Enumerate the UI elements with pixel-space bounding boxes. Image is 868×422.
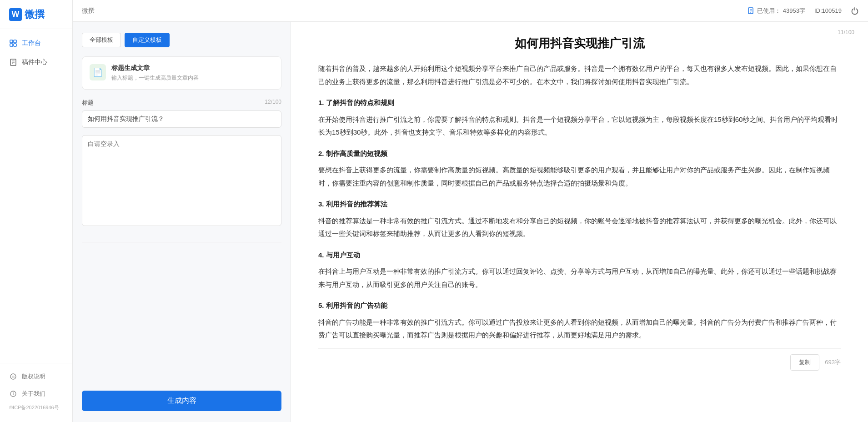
title-input[interactable] <box>82 111 281 128</box>
document-icon <box>748 7 755 15</box>
sidebar: W 微撰 工作台 <box>0 0 73 422</box>
sidebar-item-workbench[interactable]: 工作台 <box>0 34 72 53</box>
content-form-section <box>82 135 281 227</box>
template-tabs: 全部模板 自定义模板 <box>82 33 281 47</box>
beian-text: ©ICP备2022016946号 <box>0 402 72 413</box>
svg-rect-7 <box>14 44 16 46</box>
sidebar-item-about[interactable]: 关于我们 <box>0 385 72 402</box>
power-icon[interactable] <box>851 7 859 15</box>
svg-text:©: © <box>12 375 15 379</box>
left-panel: 全部模板 自定义模板 📄 标题生成文章 输入标题，一键生成高质量文章内容 标题 … <box>73 22 291 422</box>
user-id: ID:100519 <box>814 7 842 14</box>
copy-button[interactable]: 复制 <box>790 354 819 371</box>
section-2-heading: 2. 制作高质量的短视频 <box>318 147 841 161</box>
template-card: 📄 标题生成文章 输入标题，一键生成高质量文章内容 <box>82 56 281 90</box>
title-form-section: 标题 12/100 <box>82 99 281 128</box>
section-5-body: 抖音的广告功能是一种非常有效的推广引流方式。你可以通过广告投放来让更多的人看到你… <box>318 316 841 342</box>
used-count: 43953字 <box>783 7 805 15</box>
section-5-heading: 5. 利用抖音的广告功能 <box>318 299 841 312</box>
document-body: 随着抖音的普及，越来越多的人开始利用这个短视频分享平台来推广自己的产品或服务。抖… <box>318 62 841 342</box>
sidebar-footer: © 版权说明 关于我们 ©ICP备2022016946号 <box>0 363 72 422</box>
about-label: 关于我们 <box>22 390 45 398</box>
sidebar-item-drafts[interactable]: 稿件中心 <box>0 53 72 72</box>
used-label: 已使用： <box>757 7 781 15</box>
section-4-heading: 4. 与用户互动 <box>318 249 841 262</box>
svg-point-16 <box>13 392 14 393</box>
word-count: 693字 <box>825 358 841 367</box>
doc-footer: 复制 693字 <box>318 348 841 371</box>
tab-custom-templates[interactable]: 自定义模板 <box>125 33 170 47</box>
doc-intro: 随着抖音的普及，越来越多的人开始利用这个短视频分享平台来推广自己的产品或服务。抖… <box>318 62 841 88</box>
section-4-body: 在抖音上与用户互动是一种非常有效的推广引流方式。你可以通过回复评论、点赞、分享等… <box>318 265 841 291</box>
right-panel: 11/100 如何用抖音实现推广引流 随着抖音的普及，越来越多的人开始利用这个短… <box>291 22 868 422</box>
logo-label: 微撰 <box>25 8 45 21</box>
main-layout: 全部模板 自定义模板 📄 标题生成文章 输入标题，一键生成高质量文章内容 标题 … <box>73 22 868 422</box>
section-3-heading: 3. 利用抖音的推荐算法 <box>318 198 841 211</box>
svg-rect-5 <box>14 40 16 43</box>
workbench-icon <box>9 39 17 47</box>
drafts-label: 稿件中心 <box>22 58 47 66</box>
about-icon <box>9 390 17 398</box>
title-field-label: 标题 <box>82 99 94 107</box>
svg-rect-6 <box>10 44 13 46</box>
content-textarea[interactable] <box>82 135 281 226</box>
section-1-heading: 1. 了解抖音的特点和规则 <box>318 96 841 110</box>
template-info: 标题生成文章 输入标题，一键生成高质量文章内容 <box>111 64 199 82</box>
svg-rect-4 <box>10 40 13 43</box>
sidebar-item-copyright[interactable]: © 版权说明 <box>0 368 72 385</box>
header: 微撰 已使用： 43953字 ID:100519 <box>0 0 868 22</box>
template-card-title: 标题生成文章 <box>111 64 199 72</box>
form-divider <box>82 242 281 242</box>
tab-all-templates[interactable]: 全部模板 <box>82 33 121 47</box>
copyright-label: 版权说明 <box>22 372 45 381</box>
section-2-body: 要想在抖音上获得更多的流量，你需要制作高质量的短视频。高质量的短视频能够吸引更多… <box>318 164 841 190</box>
template-card-icon: 📄 <box>90 64 106 80</box>
workbench-label: 工作台 <box>22 39 41 47</box>
title-char-count: 12/100 <box>265 99 281 107</box>
logo-area: W 微撰 <box>0 0 72 29</box>
used-info: 已使用： 43953字 <box>748 7 805 15</box>
section-1-body: 在开始使用抖音进行推广引流之前，你需要了解抖音的特点和规则。抖音是一个短视频分享… <box>318 113 841 139</box>
header-right: 已使用： 43953字 ID:100519 <box>748 7 859 15</box>
sidebar-nav: 工作台 稿件中心 <box>0 29 72 363</box>
document-title: 如何用抖音实现推广引流 <box>318 35 841 51</box>
drafts-icon <box>9 58 17 66</box>
copyright-icon: © <box>9 372 17 381</box>
header-title: 微撰 <box>82 7 95 15</box>
logo-w: W <box>9 8 22 21</box>
section-3-body: 抖音的推荐算法是一种非常有效的推广引流方式。通过不断地发布和分享自己的短视频，你… <box>318 215 841 241</box>
page-number: 11/100 <box>838 29 854 35</box>
template-card-description: 输入标题，一键生成高质量文章内容 <box>111 74 199 82</box>
generate-button[interactable]: 生成内容 <box>82 391 281 411</box>
title-label-row: 标题 12/100 <box>82 99 281 107</box>
logo: W 微撰 <box>9 8 45 21</box>
